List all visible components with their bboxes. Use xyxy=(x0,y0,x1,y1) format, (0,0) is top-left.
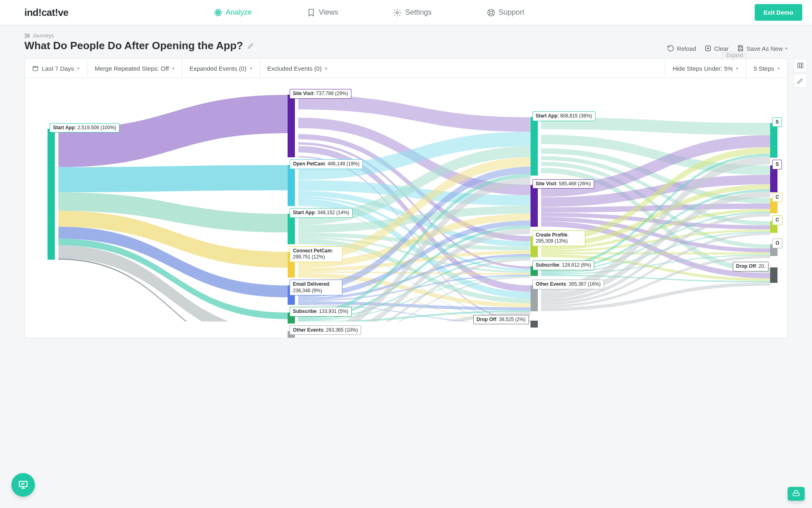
sankey-node[interactable]: Start App: 2,519,506 (100%) xyxy=(48,129,55,260)
page-title-text: What Do People Do After Opening the App? xyxy=(24,39,243,52)
lifebuoy-icon xyxy=(487,8,496,17)
sankey-node-label: Site Visit: 737,788 (29%) xyxy=(290,89,351,99)
date-range-label: Last 7 Days xyxy=(42,65,74,72)
sankey-node-label: Open PetCam: 466,148 (19%) xyxy=(290,159,363,169)
nav-analyze[interactable]: Analyze xyxy=(214,8,252,17)
sankey-node-label: S xyxy=(772,160,782,169)
merge-repeated-label: Merge Repeated Steps: Off xyxy=(95,65,169,72)
hide-steps-filter[interactable]: Hide Steps Under: 5% ▾ xyxy=(665,59,746,78)
sankey-node-label: Subscribe: 133,931 (5%) xyxy=(290,307,352,317)
gear-icon xyxy=(393,8,402,17)
atom-icon xyxy=(214,8,223,17)
hide-steps-label: Hide Steps Under: 5% xyxy=(673,65,733,72)
sankey-node[interactable]: Connect PetCam: 299,751 (12%) xyxy=(288,252,295,278)
reload-icon xyxy=(667,45,674,52)
svg-point-4 xyxy=(396,11,399,14)
clear-label: Clear xyxy=(714,45,729,52)
sankey-node[interactable]: C xyxy=(770,221,777,232)
chevron-down-icon: ▾ xyxy=(172,66,175,71)
right-rail xyxy=(793,59,807,88)
nav-settings[interactable]: Settings xyxy=(393,8,431,17)
nav-support-label: Support xyxy=(499,8,524,17)
page-head: Journeys What Do People Do After Opening… xyxy=(0,25,812,52)
sankey-node[interactable]: Start App: 348,152 (14%) xyxy=(288,214,295,244)
columns-icon xyxy=(797,62,804,69)
svg-rect-13 xyxy=(800,63,801,68)
reload-label: Reload xyxy=(677,45,696,52)
nav-settings-label: Settings xyxy=(405,8,431,17)
sankey-node-bar xyxy=(770,165,777,192)
sankey-node[interactable]: O xyxy=(770,244,777,256)
svg-rect-7 xyxy=(25,33,27,38)
clear-icon xyxy=(704,45,712,52)
sankey-node-label: Start App: 2,519,506 (100%) xyxy=(50,123,119,133)
sankey-node[interactable]: Email Delivered: 236,346 (9%) xyxy=(288,285,295,305)
breadcrumb[interactable]: Journeys xyxy=(24,33,254,39)
sankey-node[interactable]: Subscribe: 128,612 (6%) xyxy=(531,266,538,276)
sankey-chart[interactable]: Start App: 2,519,506 (100%)Site Visit: 7… xyxy=(33,90,779,321)
nav-views[interactable]: Views xyxy=(307,8,338,17)
sankey-node-label: O xyxy=(772,239,782,248)
sankey-node-label: Subscribe: 128,612 (6%) xyxy=(533,261,595,270)
sankey-node[interactable]: Create Profile: 295,309 (13%) xyxy=(531,236,538,257)
filter-toolbar: Last 7 Days ▾ Merge Repeated Steps: Off … xyxy=(24,59,788,78)
sankey-node-label: Site Visit: 585,488 (26%) xyxy=(533,179,594,189)
breadcrumb-label: Journeys xyxy=(32,33,54,39)
svg-rect-11 xyxy=(33,66,38,71)
sankey-node[interactable]: Start App: 808,815 (36%) xyxy=(531,117,538,175)
sankey-node-label: C xyxy=(772,193,782,202)
sankey-node[interactable]: C xyxy=(770,198,777,214)
sankey-node[interactable]: Drop Off: 38,525 (2%) xyxy=(531,321,538,328)
expanded-events-label: Expanded Events (0) xyxy=(190,65,247,72)
sankey-node-label: Other Events: 365,367 (16%) xyxy=(533,280,604,289)
sankey-node[interactable]: Subscribe: 133,931 (5%) xyxy=(288,313,295,323)
sankey-node[interactable]: Site Visit: 737,788 (29%) xyxy=(288,95,295,157)
edit-button[interactable] xyxy=(793,74,807,88)
sankey-node-label: Connect PetCam: 299,751 (12%) xyxy=(290,246,342,262)
app-header: ind!cat!ve Analyze Views Settings Suppor… xyxy=(0,0,812,25)
brand-logo: ind!cat!ve xyxy=(24,7,68,18)
sankey-node[interactable]: S xyxy=(770,123,777,158)
sankey-node[interactable]: Site Visit: 585,488 (26%) xyxy=(531,185,538,227)
expanded-events-filter[interactable]: Expanded Events (0) ▾ xyxy=(182,59,260,78)
chevron-down-icon: ▾ xyxy=(785,46,788,51)
nav-support[interactable]: Support xyxy=(487,8,524,17)
sankey-node[interactable]: Other Events: 263,365 (10%) xyxy=(288,331,295,338)
svg-point-6 xyxy=(489,11,492,14)
sankey-node-bar xyxy=(288,95,295,157)
sankey-node-label: Drop Off: 38,525 (2%) xyxy=(473,315,529,325)
pencil-icon[interactable] xyxy=(247,42,254,50)
page-title: What Do People Do After Opening the App? xyxy=(24,39,254,52)
chevron-down-icon: ▾ xyxy=(777,66,780,71)
merge-repeated-filter[interactable]: Merge Repeated Steps: Off ▾ xyxy=(87,59,182,78)
sankey-node-label: Email Delivered: 236,346 (9%) xyxy=(290,280,342,295)
columns-button[interactable] xyxy=(793,59,807,72)
sankey-node-bar xyxy=(531,117,538,175)
toolbar-wrap: Expand Last 7 Days ▾ Merge Repeated Step… xyxy=(24,59,788,78)
sankey-node[interactable]: Open PetCam: 466,148 (19%) xyxy=(288,165,295,206)
svg-rect-12 xyxy=(797,63,799,68)
excluded-events-filter[interactable]: Excluded Events (0) ▾ xyxy=(260,59,335,78)
sankey-node-bar xyxy=(770,123,777,158)
reload-action[interactable]: Reload xyxy=(667,45,696,52)
save-as-new-label: Save As New xyxy=(747,45,783,52)
chevron-down-icon: ▾ xyxy=(77,66,80,71)
calendar-icon xyxy=(32,65,39,72)
sankey-node-bar xyxy=(531,185,538,227)
steps-label: 5 Steps xyxy=(754,65,774,72)
sankey-node[interactable]: Drop Off: 20, xyxy=(770,267,777,283)
expand-toggle[interactable]: Expand xyxy=(722,51,747,59)
sankey-node-label: Start App: 808,815 (36%) xyxy=(533,111,595,121)
svg-rect-14 xyxy=(802,63,803,68)
date-range-filter[interactable]: Last 7 Days ▾ xyxy=(25,59,87,78)
chevron-down-icon: ▾ xyxy=(736,66,738,71)
exit-demo-button[interactable]: Exit Demo xyxy=(755,4,802,21)
chevron-down-icon: ▾ xyxy=(250,66,252,71)
sankey-chart-card: Start App: 2,519,506 (100%)Site Visit: 7… xyxy=(24,78,788,338)
steps-filter[interactable]: 5 Steps ▾ xyxy=(746,59,787,78)
journeys-icon xyxy=(24,33,30,39)
sankey-node[interactable]: Other Events: 365,367 (16%) xyxy=(531,285,538,311)
sankey-node[interactable]: S xyxy=(770,165,777,192)
sankey-link[interactable] xyxy=(58,165,288,192)
bookmark-icon xyxy=(307,8,316,17)
